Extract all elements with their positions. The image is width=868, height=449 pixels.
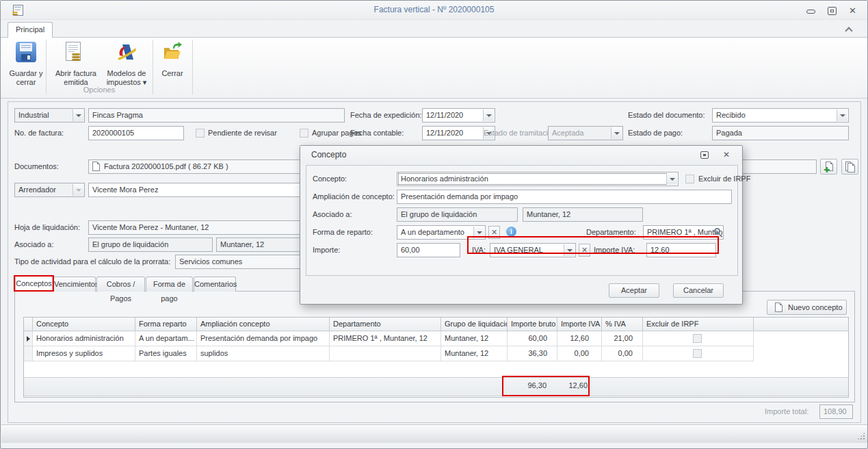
cell-bruto[interactable]: 36,30 (508, 346, 557, 361)
excluir-irpf-checkbox[interactable] (693, 334, 702, 343)
ribbon-tab-principal[interactable]: Principal (8, 22, 53, 38)
empresa-field[interactable]: Fincas Pragma (88, 108, 345, 123)
dlg-asociado-grupo-field[interactable]: El grupo de liquidación (397, 207, 518, 222)
chevron-down-icon[interactable] (483, 110, 494, 121)
grid-header-forma-reparto[interactable]: Forma reparto (135, 318, 197, 331)
asociado-grupo-field[interactable]: El grupo de liquidación (88, 238, 213, 252)
dialog-restore-button[interactable] (700, 151, 709, 159)
grid-header-concepto[interactable]: Concepto (33, 318, 135, 331)
minimize-button[interactable] (806, 10, 815, 14)
documentos-label: Documentos: (14, 159, 59, 174)
dialog-title: Concepto (311, 150, 346, 159)
cell-pct[interactable]: 21,00 (602, 331, 643, 346)
tab-comentarios[interactable]: Comentarios (194, 277, 236, 292)
pendiente-revisar-checkbox[interactable] (196, 129, 205, 138)
tipo-documento-combo[interactable]: Industrial (14, 108, 85, 123)
estado-documento-combo[interactable]: Recibido (712, 108, 849, 123)
grid-header-excluir-irpf[interactable]: Excluir de IRPF (643, 318, 754, 331)
copy-document-button[interactable] (841, 159, 858, 175)
dlg-ampliacion-field[interactable]: Presentación demanda por impago (397, 190, 732, 204)
add-document-button[interactable]: ✚ (820, 159, 837, 175)
nuevo-concepto-button[interactable]: Nuevo concepto (767, 300, 847, 315)
app-window: Factura vertical - Nº 2020000105 ✕ Princ… (0, 0, 868, 449)
cell-iva[interactable]: 0,00 (557, 346, 602, 361)
no-factura-label: No. de factura: (14, 126, 64, 140)
clear-forma-reparto-button[interactable]: ✕ (488, 226, 500, 239)
cell-departamento[interactable] (330, 346, 441, 361)
tab-vencimientos[interactable]: Vencimientos (53, 277, 96, 292)
estado-pago-field[interactable]: Pagada (712, 126, 849, 140)
cell-excluir (643, 346, 754, 361)
guardar-y-cerrar-button[interactable]: Guardar y cerrar (6, 40, 46, 95)
importe-total-field: 108,90 (819, 405, 853, 419)
chevron-down-icon[interactable] (564, 244, 575, 256)
row-indicator-cell (24, 331, 33, 346)
chevron-down-icon[interactable] (666, 173, 677, 185)
dlg-importe-iva-label: Importe IVA: (594, 243, 635, 257)
cell-grupo[interactable]: Muntaner, 12 (441, 331, 508, 346)
dlg-iva-combo[interactable]: IVA GENERAL (490, 243, 576, 257)
restore-button[interactable] (828, 7, 837, 15)
prorrata-label: Tipo de actividad para el cálculo de la … (14, 255, 170, 269)
conceptos-grid: Concepto Forma reparto Ampliación concep… (23, 317, 849, 398)
aceptar-button[interactable]: Aceptar (609, 283, 659, 298)
grid-header-importe-bruto[interactable]: Importe bruto (508, 318, 557, 331)
fecha-expedicion-label: Fecha de expedición: (350, 108, 422, 123)
cell-bruto[interactable]: 60,00 (508, 331, 557, 346)
cell-concepto[interactable]: Honorarios administración (33, 331, 135, 346)
clear-iva-button[interactable]: ✕ (579, 244, 590, 257)
grid-header-grupo[interactable]: Grupo de liquidación (441, 318, 508, 331)
table-row[interactable]: Impresos y suplidos Partes iguales supli… (24, 346, 754, 361)
grid-header-importe-iva[interactable]: Importe IVA (557, 318, 602, 331)
agrupar-pagos-checkbox[interactable] (300, 129, 308, 138)
aeat-icon (116, 42, 137, 62)
dlg-iva-label: IVA: (472, 243, 486, 257)
chevron-down-icon[interactable] (837, 110, 847, 121)
dlg-departamento-field[interactable]: PRIMERO 1ª , Muntaner, 12 (643, 225, 724, 240)
cancelar-button[interactable]: Cancelar (673, 283, 724, 298)
hoja-liquidacion-label: Hoja de liquidación: (14, 220, 80, 235)
tab-forma-de-pago[interactable]: Forma de pago (146, 277, 193, 292)
arrendador-combo[interactable]: Arrendador (14, 183, 85, 197)
cell-ampliacion[interactable]: Presentación demanda por impago (197, 331, 330, 346)
cell-forma[interactable]: A un departam... (135, 331, 197, 346)
cell-iva[interactable]: 12,60 (557, 331, 602, 346)
chevron-down-icon[interactable] (73, 110, 83, 121)
grid-header-ampliacion[interactable]: Ampliación concepto (197, 318, 330, 331)
dlg-importe-iva-field[interactable]: 12,60 (646, 243, 716, 257)
dlg-importe-field[interactable]: 60,00 (397, 243, 460, 257)
close-button[interactable]: ✕ (849, 6, 856, 15)
total-importe-iva: 12,60 (521, 381, 588, 389)
dlg-asociado-inmueble-field[interactable]: Muntaner, 12 (523, 207, 643, 222)
info-icon[interactable]: i (506, 227, 516, 237)
fecha-expedicion-combo[interactable]: 12/11/2020 (422, 108, 495, 123)
copy-icon-back (847, 163, 855, 172)
cell-departamento[interactable]: PRIMERO 1ª , Muntaner, 12 (330, 331, 441, 346)
cell-ampliacion[interactable]: suplidos (197, 346, 330, 361)
cell-concepto[interactable]: Impresos y suplidos (33, 346, 135, 361)
dlg-concepto-combo[interactable]: Honorarios administración (397, 172, 679, 186)
cell-forma[interactable]: Partes iguales (135, 346, 197, 361)
ribbon-group-label: Opciones (49, 86, 150, 94)
ribbon-collapse-icon[interactable] (845, 27, 852, 34)
grid-header-pct-iva[interactable]: % IVA (602, 318, 643, 331)
asociado-a-label: Asociado a: (14, 238, 53, 252)
tab-conceptos[interactable]: Conceptos (15, 276, 53, 292)
chevron-down-icon[interactable] (473, 227, 484, 238)
excluir-irpf-checkbox[interactable] (693, 349, 702, 358)
resize-grip-icon[interactable] (857, 432, 865, 440)
dlg-forma-reparto-combo[interactable]: A un departamento (397, 225, 486, 240)
search-icon[interactable] (714, 228, 720, 234)
cell-grupo[interactable]: Muntaner, 12 (441, 346, 508, 361)
concepto-dialog: Concepto ✕ Concepto: Honorarios administ… (300, 145, 743, 305)
cell-pct[interactable]: 0,00 (602, 346, 643, 361)
tab-cobros-pagos[interactable]: Cobros / Pagos (96, 277, 145, 292)
grid-totals-row: 96,30 12,60 (24, 377, 848, 396)
dlg-excluir-irpf-checkbox[interactable] (685, 175, 694, 183)
no-factura-field[interactable]: 2020000105 (88, 126, 184, 140)
save-icon (16, 42, 36, 62)
grid-header-departamento[interactable]: Departamento (330, 318, 441, 331)
dialog-close-button[interactable]: ✕ (723, 151, 730, 159)
cerrar-button[interactable]: Cerrar (155, 40, 189, 95)
table-row[interactable]: Honorarios administración A un departam.… (24, 331, 754, 346)
